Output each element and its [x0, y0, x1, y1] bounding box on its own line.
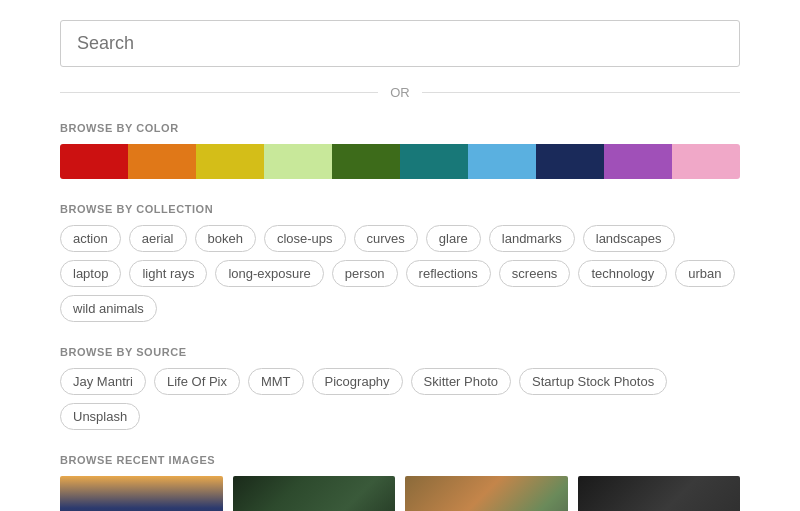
browse-by-color-label: BROWSE BY COLOR — [60, 122, 740, 134]
color-swatch-yellow[interactable] — [196, 144, 264, 179]
recent-image-sunset-phone[interactable] — [60, 476, 223, 511]
color-swatch-light-green[interactable] — [264, 144, 332, 179]
collection-tag-curves[interactable]: curves — [354, 225, 418, 252]
browse-by-collection-label: BROWSE BY COLLECTION — [60, 203, 740, 215]
color-swatches — [60, 144, 740, 179]
recent-image-dark-alley[interactable] — [578, 476, 741, 511]
collection-tag-action[interactable]: action — [60, 225, 121, 252]
browse-by-source-label: BROWSE BY SOURCE — [60, 346, 740, 358]
color-swatch-purple[interactable] — [604, 144, 672, 179]
source-tag-Skitter-Photo[interactable]: Skitter Photo — [411, 368, 511, 395]
collection-tag-urban[interactable]: urban — [675, 260, 734, 287]
color-swatch-dark-green[interactable] — [332, 144, 400, 179]
collection-tag-person[interactable]: person — [332, 260, 398, 287]
color-swatch-teal[interactable] — [400, 144, 468, 179]
browse-by-collection-section: BROWSE BY COLLECTION actionaerialbokehcl… — [60, 203, 740, 322]
browse-recent-images-label: BROWSE RECENT IMAGES — [60, 454, 740, 466]
source-tag-Picography[interactable]: Picography — [312, 368, 403, 395]
color-swatch-light-blue[interactable] — [468, 144, 536, 179]
or-line-left — [60, 92, 378, 93]
color-swatch-red[interactable] — [60, 144, 128, 179]
collection-tag-wild-animals[interactable]: wild animals — [60, 295, 157, 322]
browse-by-source-section: BROWSE BY SOURCE Jay MantriLife Of PixMM… — [60, 346, 740, 430]
source-tag-Unsplash[interactable]: Unsplash — [60, 403, 140, 430]
collection-tag-close-ups[interactable]: close-ups — [264, 225, 346, 252]
or-divider: OR — [60, 85, 740, 100]
or-line-right — [422, 92, 740, 93]
collection-tag-laptop[interactable]: laptop — [60, 260, 121, 287]
recent-images-grid — [60, 476, 740, 511]
browse-by-color-section: BROWSE BY COLOR — [60, 122, 740, 179]
collection-tag-screens[interactable]: screens — [499, 260, 571, 287]
collection-tag-landmarks[interactable]: landmarks — [489, 225, 575, 252]
color-swatch-orange[interactable] — [128, 144, 196, 179]
collection-tag-long-exposure[interactable]: long-exposure — [215, 260, 323, 287]
search-input[interactable] — [60, 20, 740, 67]
recent-image-nature-macro[interactable] — [405, 476, 568, 511]
collection-tag-technology[interactable]: technology — [578, 260, 667, 287]
recent-image-wolf-forest[interactable] — [233, 476, 396, 511]
source-tags: Jay MantriLife Of PixMMTPicographySkitte… — [60, 368, 740, 430]
collection-tag-landscapes[interactable]: landscapes — [583, 225, 675, 252]
source-tag-Life-Of-Pix[interactable]: Life Of Pix — [154, 368, 240, 395]
collection-tag-bokeh[interactable]: bokeh — [195, 225, 256, 252]
search-container — [60, 20, 740, 67]
collection-tag-light-rays[interactable]: light rays — [129, 260, 207, 287]
color-swatch-dark-blue[interactable] — [536, 144, 604, 179]
source-tag-Startup-Stock-Photos[interactable]: Startup Stock Photos — [519, 368, 667, 395]
page-container: OR BROWSE BY COLOR BROWSE BY COLLECTION … — [0, 0, 800, 511]
color-swatch-pink[interactable] — [672, 144, 740, 179]
source-tag-Jay-Mantri[interactable]: Jay Mantri — [60, 368, 146, 395]
browse-recent-images-section: BROWSE RECENT IMAGES — [60, 454, 740, 511]
or-text: OR — [378, 85, 422, 100]
collection-tag-reflections[interactable]: reflections — [406, 260, 491, 287]
collection-tag-aerial[interactable]: aerial — [129, 225, 187, 252]
collection-tag-glare[interactable]: glare — [426, 225, 481, 252]
collection-tags: actionaerialbokehclose-upscurvesglarelan… — [60, 225, 740, 322]
source-tag-MMT[interactable]: MMT — [248, 368, 304, 395]
